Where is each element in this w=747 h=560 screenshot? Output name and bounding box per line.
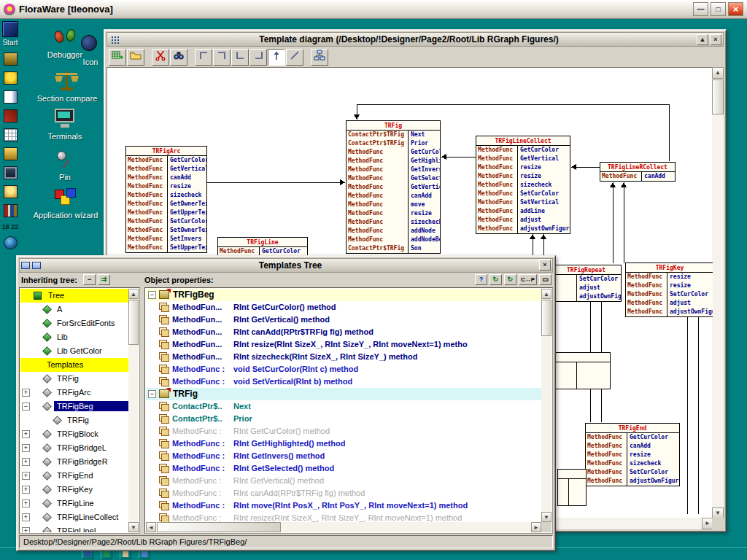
- property-item[interactable]: MethodFunc :RInt GetHighlighted() method: [146, 438, 541, 450]
- tree-item-trfigblock[interactable]: +TRFigBlock: [20, 427, 128, 441]
- property-item[interactable]: ContactPtr$..Next: [146, 400, 541, 413]
- add-button[interactable]: [109, 49, 126, 66]
- globe-icon[interactable]: [4, 236, 18, 249]
- entity-trfig[interactable]: TRFigContactPtr$TRFigNextContactPtr$TRFi…: [346, 120, 441, 254]
- scales-icon[interactable]: [4, 52, 18, 66]
- tree-item-trfigend[interactable]: +TRFigEnd: [20, 469, 128, 483]
- property-item[interactable]: MethodFunc :RInt move(RInt PosX_, RInt P…: [146, 499, 541, 512]
- entity-trfigarc[interactable]: TRFigArcMethodFuncGetCurColorMethodFuncG…: [125, 146, 207, 253]
- open-button[interactable]: [127, 49, 144, 66]
- expand-toggle[interactable]: +: [22, 499, 30, 508]
- entity-trfigline[interactable]: TRFigLineMethodFuncGetCurColor: [217, 237, 308, 257]
- desktop-icon-application-wizard[interactable]: Application wizard: [25, 187, 107, 219]
- property-section-trfigbeg[interactable]: −TRFigBeg: [146, 289, 541, 301]
- expand-toggle[interactable]: +: [22, 486, 30, 494]
- tree-item-templates[interactable]: Templates: [20, 358, 128, 372]
- scroll-left-button[interactable]: ◄: [146, 522, 156, 532]
- entity-trfigrepeat[interactable]: TRFigRepeatSetCurColoradjustadjustOwnFig…: [551, 265, 622, 302]
- expand-toggle[interactable]: +: [22, 527, 30, 532]
- tree-item-trfiglinecollect[interactable]: +TRFigLineCollect: [20, 510, 128, 524]
- desktop-icon-terminals[interactable]: Terminals: [39, 108, 90, 141]
- scroll-thumb[interactable]: [128, 300, 139, 345]
- rollup-button[interactable]: ▲: [697, 34, 708, 45]
- refresh-all-button[interactable]: ↻: [504, 274, 516, 285]
- options-button[interactable]: ▭: [539, 274, 551, 285]
- scroll-thumb[interactable]: [712, 79, 724, 114]
- tree-item-trfigkey[interactable]: +TRFigKey: [20, 483, 128, 497]
- expand-toggle[interactable]: +: [22, 389, 30, 397]
- tree-item-trfig[interactable]: TRFig: [20, 413, 128, 427]
- property-item[interactable]: MethodFunc :RInt GetVertical() method: [146, 475, 541, 487]
- expand-toggle[interactable]: +: [22, 430, 30, 438]
- tree-item-trfigarc[interactable]: +TRFigArc: [20, 386, 128, 400]
- scroll-thumb[interactable]: [541, 300, 551, 336]
- expand-toggle[interactable]: +: [22, 444, 30, 452]
- tree-item-trfiglinel[interactable]: +TRFigLineL: [20, 524, 128, 532]
- tree-item-trfigbridger[interactable]: +TRFigBridgeR: [20, 455, 128, 469]
- diagram-settings-button[interactable]: [311, 49, 328, 66]
- diagram-vscrollbar[interactable]: ▲ ▼: [712, 67, 724, 519]
- property-item[interactable]: MethodFun...RInt GetCurColor() method: [146, 301, 541, 314]
- maximize-button[interactable]: □: [711, 2, 726, 16]
- scroll-up-button[interactable]: ▲: [128, 289, 139, 299]
- help-button[interactable]: ?: [475, 274, 487, 285]
- collapse-toggle[interactable]: −: [148, 390, 156, 398]
- expand-toggle[interactable]: +: [22, 513, 30, 521]
- tree-item-lib-getcolor[interactable]: Lib GetColor: [20, 344, 128, 358]
- line-corner-down-left-button[interactable]: [249, 49, 267, 66]
- key-icon[interactable]: [4, 147, 18, 160]
- line-corner-down-right-button[interactable]: [231, 49, 249, 66]
- property-item[interactable]: MethodFunc :RInt resize(RInt SizeX_, RIn…: [146, 512, 541, 522]
- property-item[interactable]: MethodFunc :RInt GetSelected() method: [146, 462, 541, 475]
- property-item[interactable]: MethodFun...RInt canAdd(RPtr$TRFig fig) …: [146, 326, 541, 338]
- property-item[interactable]: ContactPtr$..Prior: [146, 413, 541, 425]
- property-item[interactable]: MethodFunc :void SetCurColor(RInt c) met…: [146, 363, 541, 376]
- entity-trfigkey[interactable]: TRFigKeyMethodFuncresizeMethodFuncresize…: [625, 262, 713, 317]
- minimize-button[interactable]: —: [693, 2, 708, 16]
- bell-icon[interactable]: [4, 71, 18, 85]
- monitor-icon[interactable]: [4, 166, 18, 179]
- property-item[interactable]: MethodFun...RInt sizecheck(RInt SizeX_, …: [146, 351, 541, 363]
- tree-item-trfig[interactable]: TRFig: [20, 372, 128, 386]
- diagram-titlebar[interactable]: Template diagram (/Desktop/!Designer/Pag…: [107, 32, 724, 47]
- line-diagonal-button[interactable]: [286, 49, 303, 66]
- jump-button[interactable]: ⇉: [98, 274, 110, 285]
- refresh-button[interactable]: ↻: [489, 274, 502, 285]
- cut-button[interactable]: [152, 49, 169, 66]
- property-item[interactable]: MethodFunc :RInt canAdd(RPtr$TRFig fig) …: [146, 487, 541, 499]
- entity-trfigend[interactable]: TRFigEndMethodFuncGetCurColorMethodFuncc…: [585, 423, 680, 486]
- start-button[interactable]: Start: [0, 19, 20, 47]
- find-button[interactable]: [170, 49, 187, 66]
- scroll-up-button[interactable]: ▲: [712, 67, 724, 79]
- expand-toggle[interactable]: +: [22, 458, 30, 466]
- expand-toggle[interactable]: +: [22, 472, 30, 480]
- property-section-trfig[interactable]: −TRFig: [146, 388, 541, 400]
- line-corner-up-right-button[interactable]: [195, 49, 212, 66]
- tree-item-forsrceditfonts[interactable]: ForSrcEditFonts: [20, 316, 128, 330]
- books-icon[interactable]: [4, 204, 18, 217]
- collapse-toggle[interactable]: −: [148, 291, 156, 299]
- compare-button[interactable]: C↔P: [519, 274, 537, 285]
- tree-item-a[interactable]: A: [20, 303, 128, 316]
- tree-item-trfigline[interactable]: +TRFigLine: [20, 497, 128, 510]
- scroll-right-button[interactable]: ►: [531, 522, 541, 532]
- scroll-thumb[interactable]: [157, 522, 281, 532]
- lamp-icon[interactable]: [4, 185, 18, 198]
- entity-trfiglinercollect[interactable]: TRFigLineRCollectMethodFunccanAdd: [600, 162, 676, 182]
- entity-fragment[interactable]: [557, 469, 587, 506]
- property-item[interactable]: MethodFun...RInt GetVertical() method: [146, 314, 541, 326]
- collapse-button[interactable]: −: [83, 274, 96, 285]
- property-item[interactable]: MethodFunc :RInt GetCurColor() method: [146, 425, 541, 438]
- entity-trfiglinecollect[interactable]: TRFigLineCollectMethodFuncGetCurColorMet…: [476, 136, 570, 234]
- scroll-down-button[interactable]: ▼: [128, 522, 139, 532]
- grid-icon[interactable]: [4, 128, 18, 141]
- scroll-down-button[interactable]: ▼: [541, 512, 551, 522]
- templates-titlebar[interactable]: Templates Tree ×: [19, 258, 553, 273]
- desktop-icon-section-compare[interactable]: Section compare: [28, 70, 107, 103]
- expand-toggle[interactable]: −: [22, 402, 30, 411]
- property-item[interactable]: MethodFunc :void SetVertical(RInt b) met…: [146, 376, 541, 388]
- close-button[interactable]: ×: [728, 2, 743, 16]
- tree-item-trfigbridgel[interactable]: +TRFigBridgeL: [20, 441, 128, 455]
- tree-item-lib[interactable]: Lib: [20, 330, 128, 344]
- tree-item-tree[interactable]: Tree: [20, 289, 128, 303]
